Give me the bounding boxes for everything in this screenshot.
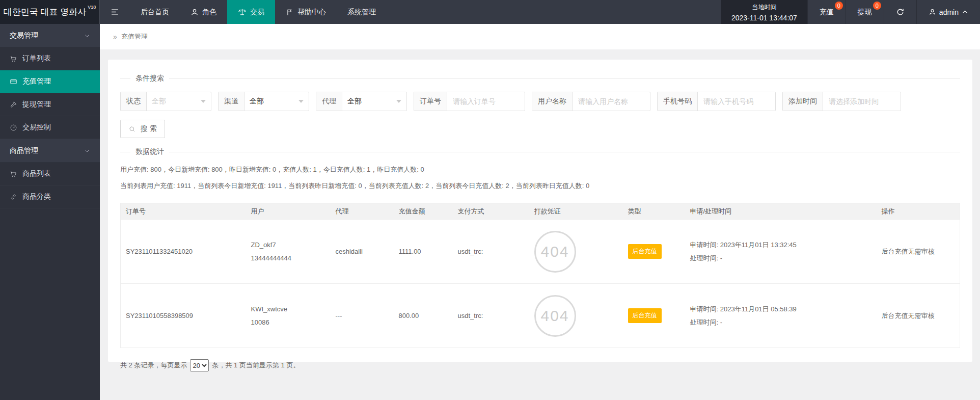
admin-user-menu[interactable]: admin [916,0,980,24]
col-header-order-no: 订单号 [121,203,246,220]
sidebar-group-products[interactable]: 商品管理 [0,139,100,163]
order-no-field-group: 订单号 [414,92,525,111]
breadcrumb: » 充值管理 [100,24,980,49]
flag-icon [286,8,294,16]
user-name: ZD_okf7 [251,238,325,252]
nav-item-label: 角色 [202,8,216,17]
channel-select-group: 渠道 全部 [218,92,309,111]
top-nav: 后台首页 角色 交易 帮助中心 系统管理 [100,0,387,24]
sidebar-item-product-list[interactable]: 商品列表 [0,163,100,185]
page-size-select[interactable]: 20 [190,359,209,371]
breadcrumb-icon: » [113,33,117,41]
gauge-icon [10,124,17,131]
user-name: KWI_xwtcve [251,303,325,316]
withdraw-shortcut-button[interactable]: 提现 0 [846,0,884,24]
recharge-count-badge: 0 [835,2,843,10]
status-select-value: 全部 [152,97,166,106]
sidebar-item-order-list[interactable]: 订单列表 [0,47,100,70]
nav-item-label: 帮助中心 [297,8,326,17]
content-area: 条件搜索 状态 全部 渠道 全部 [100,49,980,400]
nav-item-label: 系统管理 [347,8,376,17]
table-header-row: 订单号 用户 代理 充值金额 支付方式 打款凭证 类型 申请/处理时间 操作 [121,203,960,220]
cell-voucher: 404 [529,284,623,348]
nav-item-roles[interactable]: 角色 [180,0,227,24]
sidebar-item-label: 提现管理 [22,100,51,109]
cell-order-no: SY2311011332451020 [121,220,246,284]
cell-action: 后台充值无需审核 [877,220,960,284]
agent-select[interactable]: 全部 [342,92,406,111]
username-field-group: 用户名称 [532,92,650,111]
sidebar: 交易管理 订单列表 充值管理 提现管理 交 [0,24,100,400]
sidebar-item-recharge-management[interactable]: 充值管理 [0,70,100,93]
link-icon [10,193,17,201]
sidebar-group-label: 交易管理 [10,31,38,40]
username-input[interactable] [573,92,650,111]
status-select[interactable]: 全部 [147,92,211,111]
cell-amount: 800.00 [394,284,453,348]
nav-item-help[interactable]: 帮助中心 [275,0,337,24]
process-time: 处理时间: - [690,252,872,265]
logo-version: V18 [88,5,96,10]
phone-field-group: 手机号码 [657,92,776,111]
local-time-block: 当地时间 2023-11-01 13:44:07 [721,0,807,24]
agent-label: 代理 [316,92,342,111]
order-no-input[interactable] [447,92,525,111]
order-no-label: 订单号 [414,92,447,111]
hammer-icon [10,101,17,109]
sidebar-item-label: 订单列表 [22,54,51,63]
cell-user: ZD_okf7 13444444444 [246,220,331,284]
pagination-suffix: 条，共 1 页当前显示第 1 页。 [212,361,300,370]
cell-time: 申请时间: 2023年11月01日 13:32:45 处理时间: - [685,220,877,284]
refresh-button[interactable] [884,0,916,24]
cell-amount: 1111.00 [394,220,453,284]
caret-down-icon [298,100,304,103]
stats-line-1: 用户充值: 800，今日新增充值: 800，昨日新增充值: 0，充值人数: 1，… [120,165,960,174]
search-fieldset-legend: 条件搜索 [130,74,169,83]
chevron-up-icon [962,9,968,15]
local-time-label: 当地时间 [731,3,797,12]
cell-type: 后台充值 [623,220,685,284]
sidebar-item-product-category[interactable]: 商品分类 [0,185,100,208]
user-icon [929,8,936,16]
phone-input[interactable] [698,92,775,111]
search-icon [128,125,136,133]
col-header-action: 操作 [877,203,960,220]
user-phone: 10086 [251,316,325,329]
local-time-value: 2023-11-01 13:44:07 [731,14,797,22]
apply-time: 申请时间: 2023年11月01日 13:32:45 [690,238,872,252]
voucher-404-placeholder: 404 [534,295,576,337]
scales-icon [238,8,247,16]
sidebar-item-label: 商品列表 [22,169,51,178]
nav-item-label: 交易 [250,8,264,17]
logo-text: 대한민국 대표 영화사 [4,6,86,18]
cell-time: 申请时间: 2023年11月01日 05:58:39 处理时间: - [685,284,877,348]
type-badge: 后台充值 [628,244,662,259]
type-badge: 后台充值 [628,308,662,323]
cell-voucher: 404 [529,220,623,284]
app-logo: 대한민국 대표 영화사 V18 [0,0,100,24]
apply-time: 申请时间: 2023年11月01日 05:58:39 [690,303,872,316]
sidebar-item-label: 交易控制 [22,123,51,132]
agent-select-value: 全部 [347,97,362,106]
col-header-amount: 充值金额 [394,203,453,220]
channel-select[interactable]: 全部 [244,92,309,111]
hamburger-icon [111,8,119,16]
search-button[interactable]: 搜 索 [120,120,165,138]
filter-row: 状态 全部 渠道 全部 代理 [120,92,960,111]
chevron-down-icon [84,33,90,39]
search-button-label: 搜 索 [141,124,157,134]
sidebar-group-trade[interactable]: 交易管理 [0,24,100,47]
nav-item-system[interactable]: 系统管理 [337,0,387,24]
status-select-group: 状态 全部 [120,92,211,111]
menu-toggle-button[interactable] [100,0,130,24]
add-time-input[interactable] [823,92,901,111]
stats-line-2: 当前列表用户充值: 1911，当前列表今日新增充值: 1911，当前列表昨日新增… [120,181,960,191]
sidebar-item-trade-control[interactable]: 交易控制 [0,116,100,139]
card-icon [10,78,17,86]
sidebar-item-withdraw-management[interactable]: 提现管理 [0,93,100,116]
recharge-shortcut-button[interactable]: 充值 0 [807,0,846,24]
nav-item-dashboard[interactable]: 后台首页 [130,0,180,24]
nav-item-trade[interactable]: 交易 [227,0,275,24]
recharge-card: 条件搜索 状态 全部 渠道 全部 [108,60,972,362]
topbar-spacer [387,0,721,24]
